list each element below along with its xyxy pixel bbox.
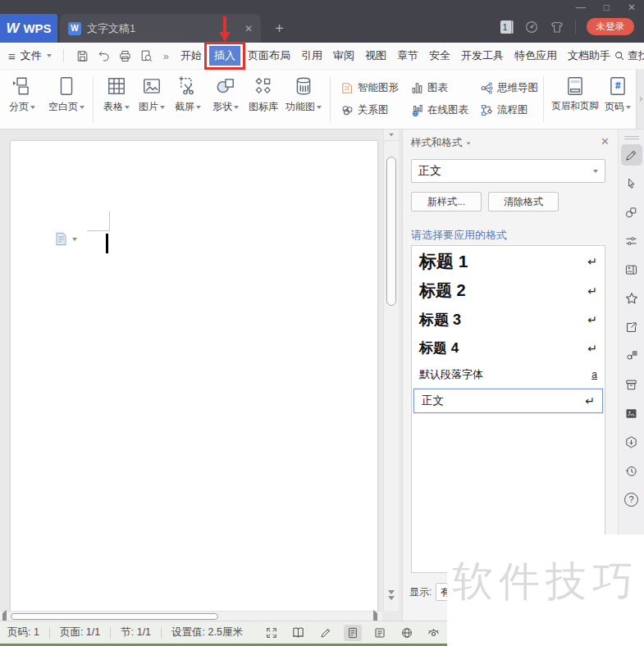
page-view-button[interactable] xyxy=(344,625,362,641)
style-item-heading4[interactable]: 标题 4 ↵ xyxy=(412,334,605,362)
read-mode-button[interactable] xyxy=(290,625,308,641)
tab-developer[interactable]: 开发工具 xyxy=(458,46,507,66)
watermark-overlay: 软件技巧 xyxy=(447,535,644,646)
shapes-button[interactable]: 形状 xyxy=(207,70,244,114)
tab-security[interactable]: 安全 xyxy=(426,46,454,66)
stock-images-button[interactable] xyxy=(621,403,642,424)
document-tab[interactable]: W 文字文稿1 ✕ xyxy=(60,14,261,43)
panel-close-icon[interactable]: ✕ xyxy=(601,135,610,148)
download-center-button[interactable] xyxy=(621,431,642,453)
tab-insert[interactable]: 插入 xyxy=(209,46,240,66)
shapes-panel-button[interactable] xyxy=(621,202,642,223)
tab-close-icon[interactable]: ✕ xyxy=(244,23,253,34)
style-item-heading3[interactable]: 标题 3 ↵ xyxy=(412,305,605,334)
style-name: 标题 2 xyxy=(419,280,466,302)
find-button[interactable]: 查找 xyxy=(614,48,644,63)
help-sidebar-button[interactable]: ? xyxy=(621,489,642,510)
paste-options-button[interactable] xyxy=(53,231,77,247)
share-export-button[interactable] xyxy=(621,316,642,338)
maximize-button[interactable]: □ xyxy=(604,2,610,13)
sidebar-drag-handle[interactable] xyxy=(624,136,639,139)
relation-diagram-button[interactable]: 关系图 xyxy=(340,99,399,121)
style-item-heading2[interactable]: 标题 2 ↵ xyxy=(412,276,605,305)
ribbon-expand-button[interactable] xyxy=(636,70,644,129)
horizontal-scroll-thumb[interactable] xyxy=(11,613,218,620)
paragraph-mark-icon: ↵ xyxy=(587,255,597,268)
tab-home[interactable]: 开始 xyxy=(177,46,205,66)
styles-pen-button[interactable] xyxy=(621,144,642,166)
tab-section[interactable]: 章节 xyxy=(394,46,422,66)
print-button[interactable] xyxy=(118,49,132,63)
vertical-scroll-thumb[interactable] xyxy=(386,157,396,306)
tab-special-features[interactable]: 特色应用 xyxy=(511,46,560,66)
login-button[interactable]: 未登录 xyxy=(587,18,635,35)
tab-references[interactable]: 引用 xyxy=(298,46,326,66)
translate-button[interactable] xyxy=(621,345,642,366)
wps-logo-button[interactable]: W WPS xyxy=(0,14,57,43)
blank-page-button[interactable]: 空白页 xyxy=(45,70,88,114)
horizontal-scrollbar[interactable] xyxy=(0,611,382,621)
icon-library-button[interactable]: 图标库 xyxy=(244,70,282,114)
page-number-button[interactable]: 页码 xyxy=(601,70,634,114)
wps-w-icon: W xyxy=(6,20,19,37)
pen-icon xyxy=(624,148,638,162)
tab-view[interactable]: 视图 xyxy=(362,46,390,66)
web-view-button[interactable] xyxy=(398,625,416,641)
table-button[interactable]: 表格 xyxy=(98,70,135,114)
tab-doc-assistant[interactable]: 文档助手 xyxy=(564,46,614,66)
history-button[interactable] xyxy=(621,460,642,481)
properties-sliders-button[interactable] xyxy=(621,230,642,252)
page-break-button[interactable]: 分页 xyxy=(6,70,39,114)
vertical-scrollbar[interactable] xyxy=(383,130,399,611)
tab-review[interactable]: 审阅 xyxy=(330,46,358,66)
titlebar-divider xyxy=(575,20,576,34)
ribbon-divider xyxy=(93,76,94,122)
menubar: ≡ 文件 xyxy=(0,43,644,70)
style-item-default-font[interactable]: 默认段落字体 a xyxy=(412,362,605,387)
style-item-heading1[interactable]: 标题 1 ↵ xyxy=(412,246,605,276)
favorites-star-button[interactable] xyxy=(621,288,642,309)
status-section: 节: 1/1 xyxy=(121,626,151,639)
main-menu-icon[interactable]: ≡ xyxy=(8,49,16,63)
new-style-button[interactable]: 新样式... xyxy=(411,192,482,212)
flowchart-button[interactable]: 流程图 xyxy=(480,99,538,121)
wps-window: — □ ✕ W WPS W 文字文稿1 ✕ ＋ 1 未登录 xyxy=(0,0,644,646)
online-chart-button[interactable]: 在线图表 xyxy=(410,99,468,121)
header-footer-button[interactable]: 页眉和页脚 xyxy=(549,70,601,112)
chart-button[interactable]: 图表 xyxy=(410,77,468,98)
open-docs-badge[interactable]: 1 xyxy=(500,20,514,34)
document-page[interactable] xyxy=(11,141,377,611)
mind-map-button[interactable]: 思维导图 xyxy=(480,77,538,98)
clear-format-button[interactable]: 清除格式 xyxy=(488,192,559,212)
save-button[interactable] xyxy=(75,49,89,63)
material-box-button[interactable] xyxy=(621,374,642,395)
picture-button[interactable]: 图片 xyxy=(135,70,169,114)
image-card-icon xyxy=(624,263,638,277)
minimize-button[interactable]: — xyxy=(576,2,586,13)
smart-graphic-button[interactable]: 智能图形 xyxy=(340,77,399,98)
file-menu[interactable]: 文件 xyxy=(21,48,42,63)
eye-protection-button[interactable] xyxy=(425,625,443,641)
layout-image-button[interactable] xyxy=(621,259,642,280)
tab-page-layout[interactable]: 页面布局 xyxy=(244,46,294,66)
document-area[interactable] xyxy=(0,130,402,621)
write-mode-button[interactable] xyxy=(317,625,335,641)
outline-view-button[interactable] xyxy=(371,625,389,641)
panel-title-menu[interactable]: 样式和格式 xyxy=(411,136,471,150)
page-down-arrows[interactable] xyxy=(388,590,395,600)
style-item-body-selected[interactable]: 正文 ↵ xyxy=(413,389,603,413)
shapes-icon xyxy=(215,75,236,97)
new-tab-button[interactable]: ＋ xyxy=(272,18,286,37)
undo-button[interactable] xyxy=(97,49,111,63)
quickbar-overflow-button[interactable]: » xyxy=(163,50,169,62)
close-window-button[interactable]: ✕ xyxy=(628,2,636,13)
print-preview-button[interactable] xyxy=(139,49,153,63)
function-diagram-button[interactable]: 功能图 xyxy=(282,70,325,114)
split-view-handle[interactable] xyxy=(384,130,399,141)
current-style-select[interactable]: 正文 xyxy=(411,159,605,183)
screenshot-button[interactable]: 截屏 xyxy=(169,70,207,114)
performance-gauge-icon[interactable] xyxy=(524,20,539,34)
select-tool-button[interactable] xyxy=(621,173,642,194)
fullscreen-button[interactable] xyxy=(263,625,281,641)
skin-theme-icon[interactable] xyxy=(550,20,564,34)
